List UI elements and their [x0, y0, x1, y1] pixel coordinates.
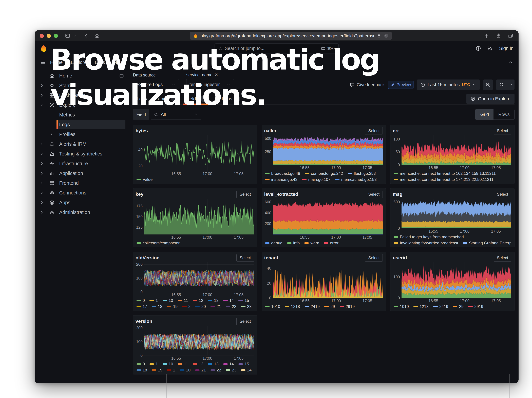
legend-item[interactable]: broadcast.go:48	[265, 171, 300, 176]
url-bar[interactable]: play.grafana.org/a/grafana-lokiexplore-a…	[190, 31, 392, 40]
legend-item[interactable]: 19	[152, 368, 162, 373]
back-icon[interactable]	[83, 33, 89, 39]
ellipsis-icon[interactable]	[384, 33, 389, 38]
legend-item[interactable]: 14	[223, 362, 234, 367]
select-button[interactable]: Select	[236, 254, 254, 261]
legend-item[interactable]: 15	[238, 298, 249, 303]
select-button[interactable]: Select	[236, 318, 254, 325]
chart-canvas[interactable]	[273, 135, 383, 165]
dock-panel-icon[interactable]	[119, 73, 124, 78]
legend-item[interactable]: 13	[208, 298, 219, 303]
legend-item[interactable]: 13	[208, 362, 219, 367]
sidebar-item-alerts-irm[interactable]: Alerts & IRM	[35, 139, 128, 149]
legend-item[interactable]: collectors/compactor	[137, 241, 180, 245]
chevron-right-icon[interactable]	[40, 93, 44, 98]
sidebar-item-starred[interactable]: Starred	[35, 81, 128, 90]
chevron-right-icon[interactable]	[40, 191, 44, 195]
chart-canvas[interactable]	[144, 326, 254, 355]
legend-item[interactable]: 21	[195, 368, 206, 373]
refresh-button[interactable]	[496, 80, 507, 90]
legend-item[interactable]: Value	[137, 177, 153, 182]
chevron-right-icon[interactable]	[49, 132, 53, 137]
breadcrumb-item-explore[interactable]: Explore	[71, 60, 87, 65]
breadcrumb[interactable]: HomeExploreLogsFields	[50, 60, 126, 65]
legend-item[interactable]: 22	[210, 368, 221, 373]
grafana-logo[interactable]	[40, 44, 48, 52]
legend-item[interactable]: 17	[137, 304, 147, 309]
minimize-window-button[interactable]	[47, 34, 51, 38]
menu-icon[interactable]	[40, 60, 46, 65]
give-feedback-button[interactable]: Give feedback	[350, 82, 385, 87]
legend-item[interactable]: 16	[254, 362, 254, 367]
legend-item[interactable]: 18	[137, 368, 147, 373]
select-button[interactable]: Select	[494, 127, 511, 134]
legend-item[interactable]: 12	[193, 362, 203, 367]
zoom-out-button[interactable]	[483, 80, 493, 90]
legend-item[interactable]: error	[324, 241, 338, 245]
select-button[interactable]: Select	[236, 191, 254, 198]
legend-item[interactable]: 12	[193, 298, 203, 303]
legend-item[interactable]: instance.go:43	[265, 177, 298, 182]
chevron-right-icon[interactable]	[40, 181, 44, 185]
breadcrumb-item-fields[interactable]: Fields	[113, 60, 126, 65]
legend-item[interactable]: 1218	[413, 304, 428, 309]
legend-item[interactable]: memcached.go:153	[335, 177, 377, 182]
chart-canvas[interactable]	[144, 199, 254, 235]
select-button[interactable]: Select	[365, 191, 383, 198]
plus-icon[interactable]	[484, 33, 489, 39]
tab-patterns[interactable]: Patterns8	[211, 93, 244, 104]
legend-item[interactable]: 2919	[340, 304, 355, 309]
legend-item[interactable]: Starting Grafana Enterpri	[463, 241, 511, 245]
legend-item[interactable]: warn	[304, 241, 319, 245]
legend-item[interactable]: 10	[163, 362, 173, 367]
legend-item[interactable]: 1	[150, 362, 158, 367]
tab-fields[interactable]: Fields	[182, 93, 210, 104]
sidebar-item-metrics[interactable]: Metrics	[35, 110, 128, 120]
rss-icon[interactable]	[487, 46, 493, 51]
sidebar-item-apps[interactable]: Apps	[35, 198, 128, 207]
legend-item[interactable]: 22	[226, 304, 236, 309]
legend-item[interactable]: 10	[163, 298, 173, 303]
field-search-input[interactable]: All	[151, 109, 201, 120]
legend-item[interactable]: 11	[178, 362, 188, 367]
legend-item[interactable]: 1	[150, 298, 158, 303]
breadcrumb-item-home[interactable]: Home	[50, 60, 63, 65]
legend-item[interactable]: 19	[167, 304, 177, 309]
legend-item[interactable]: info	[287, 241, 300, 245]
chevron-right-icon[interactable]	[40, 200, 44, 205]
sidebar-item-application[interactable]: Application	[35, 168, 128, 178]
home-icon[interactable]	[94, 33, 100, 39]
legend-item[interactable]: 16	[254, 298, 254, 303]
chart-canvas[interactable]	[144, 135, 254, 171]
remove-filter-icon[interactable]: ✕	[215, 72, 218, 77]
tab-labels[interactable]: Labels	[152, 93, 181, 104]
datasource-select[interactable]: Explore Logs	[133, 79, 179, 90]
chart-canvas[interactable]	[144, 262, 254, 292]
chart-canvas[interactable]	[401, 135, 511, 165]
legend-item[interactable]: 29	[324, 304, 335, 309]
select-button[interactable]: Select	[365, 127, 383, 134]
legend-item[interactable]: 2419	[433, 304, 448, 309]
chevron-down-icon[interactable]	[40, 103, 44, 107]
legend-item[interactable]: 1218	[285, 304, 300, 309]
chevron-down-icon[interactable]	[73, 34, 76, 38]
legend-item[interactable]: 20	[180, 368, 191, 373]
sidebar-item-connections[interactable]: Connections	[35, 188, 128, 198]
help-icon[interactable]	[475, 46, 481, 51]
legend-item[interactable]: 2919	[468, 304, 483, 309]
sidebar-item-home[interactable]: Home	[35, 71, 128, 81]
search-input[interactable]: Search or jump to... ⌘+k	[215, 43, 339, 53]
sidebar-item-explore[interactable]: Explore	[35, 100, 128, 110]
legend-item[interactable]: 1010	[394, 304, 409, 309]
legend-item[interactable]: 0	[137, 298, 145, 303]
sidebar-item-infrastructure[interactable]: Infrastructure	[35, 159, 128, 168]
view-toggle-grid[interactable]: Grid	[475, 109, 494, 119]
sidebar-item-dashboards[interactable]: Dashboards	[35, 90, 128, 100]
legend-item[interactable]: 11	[178, 298, 188, 303]
close-window-button[interactable]	[40, 34, 44, 38]
select-button[interactable]: Select	[494, 191, 511, 198]
chart-canvas[interactable]	[401, 262, 511, 298]
chart-canvas[interactable]	[273, 262, 383, 298]
legend-item[interactable]: 14	[223, 298, 234, 303]
maximize-window-button[interactable]	[54, 34, 58, 38]
